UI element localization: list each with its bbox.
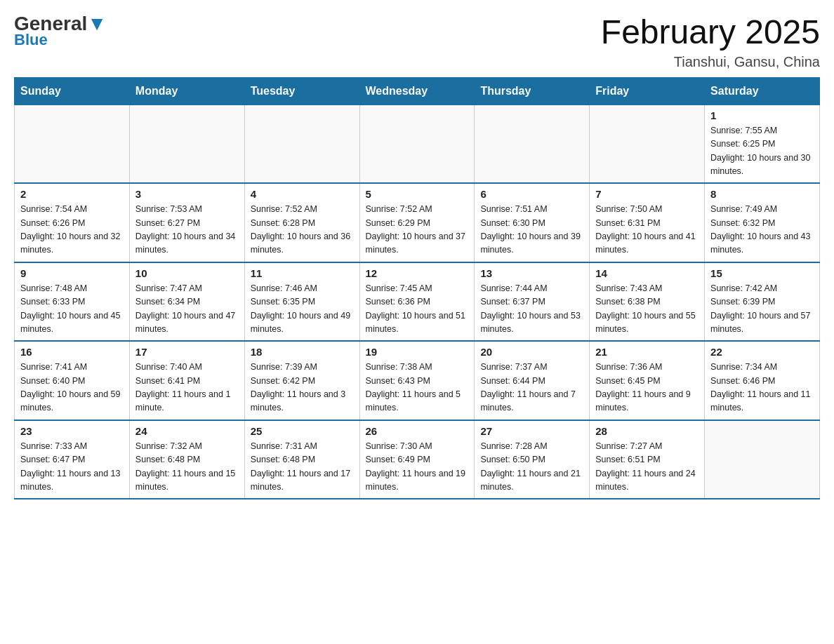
table-row [15,105,130,183]
day-number: 22 [710,346,814,358]
table-row [705,420,820,499]
col-friday: Friday [590,77,705,105]
table-row [244,105,359,183]
day-number: 1 [710,109,814,121]
day-number: 3 [135,188,239,200]
day-number: 27 [480,425,583,437]
col-wednesday: Wednesday [359,77,475,105]
table-row: 21Sunrise: 7:36 AM Sunset: 6:45 PM Dayli… [590,341,705,420]
day-number: 2 [20,188,124,200]
day-number: 26 [366,425,469,437]
table-row: 20Sunrise: 7:37 AM Sunset: 6:44 PM Dayli… [475,341,590,420]
day-info: Sunrise: 7:37 AM Sunset: 6:44 PM Dayligh… [480,361,583,415]
day-info: Sunrise: 7:31 AM Sunset: 6:48 PM Dayligh… [251,440,354,495]
day-info: Sunrise: 7:50 AM Sunset: 6:31 PM Dayligh… [595,203,699,257]
day-number: 8 [710,188,814,200]
day-info: Sunrise: 7:55 AM Sunset: 6:25 PM Dayligh… [710,124,814,179]
day-number: 6 [480,188,583,200]
day-number: 25 [251,425,354,437]
day-info: Sunrise: 7:46 AM Sunset: 6:35 PM Dayligh… [251,282,354,337]
table-row: 16Sunrise: 7:41 AM Sunset: 6:40 PM Dayli… [15,341,130,420]
day-number: 5 [366,188,469,200]
day-number: 12 [366,267,469,279]
day-info: Sunrise: 7:54 AM Sunset: 6:26 PM Dayligh… [20,203,124,257]
day-number: 7 [595,188,699,200]
table-row [475,105,590,183]
table-row [129,105,244,183]
table-row: 19Sunrise: 7:38 AM Sunset: 6:43 PM Dayli… [359,341,475,420]
table-row: 11Sunrise: 7:46 AM Sunset: 6:35 PM Dayli… [244,262,359,342]
table-row: 3Sunrise: 7:53 AM Sunset: 6:27 PM Daylig… [129,183,244,262]
table-row: 2Sunrise: 7:54 AM Sunset: 6:26 PM Daylig… [15,183,130,262]
table-row: 8Sunrise: 7:49 AM Sunset: 6:32 PM Daylig… [705,183,820,262]
day-info: Sunrise: 7:52 AM Sunset: 6:29 PM Dayligh… [366,203,469,257]
table-row: 26Sunrise: 7:30 AM Sunset: 6:49 PM Dayli… [359,420,475,499]
day-info: Sunrise: 7:34 AM Sunset: 6:46 PM Dayligh… [710,361,814,415]
col-tuesday: Tuesday [244,77,359,105]
table-row: 28Sunrise: 7:27 AM Sunset: 6:51 PM Dayli… [590,420,705,499]
table-row: 1Sunrise: 7:55 AM Sunset: 6:25 PM Daylig… [705,105,820,183]
table-row: 13Sunrise: 7:44 AM Sunset: 6:37 PM Dayli… [475,262,590,342]
day-number: 15 [710,267,814,279]
table-row: 4Sunrise: 7:52 AM Sunset: 6:28 PM Daylig… [244,183,359,262]
day-info: Sunrise: 7:49 AM Sunset: 6:32 PM Dayligh… [710,203,814,257]
calendar-week-row: 2Sunrise: 7:54 AM Sunset: 6:26 PM Daylig… [15,183,820,262]
day-info: Sunrise: 7:32 AM Sunset: 6:48 PM Dayligh… [135,440,239,495]
day-number: 11 [251,267,354,279]
calendar-week-row: 9Sunrise: 7:48 AM Sunset: 6:33 PM Daylig… [15,262,820,342]
table-row: 6Sunrise: 7:51 AM Sunset: 6:30 PM Daylig… [475,183,590,262]
table-row: 5Sunrise: 7:52 AM Sunset: 6:29 PM Daylig… [359,183,475,262]
calendar-week-row: 1Sunrise: 7:55 AM Sunset: 6:25 PM Daylig… [15,105,820,183]
day-info: Sunrise: 7:44 AM Sunset: 6:37 PM Dayligh… [480,282,583,337]
page-header: General▼ Blue February 2025 Tianshui, Ga… [14,14,820,70]
logo-blue-text: Blue [14,31,48,49]
table-row: 27Sunrise: 7:28 AM Sunset: 6:50 PM Dayli… [475,420,590,499]
day-info: Sunrise: 7:38 AM Sunset: 6:43 PM Dayligh… [366,361,469,415]
table-row: 14Sunrise: 7:43 AM Sunset: 6:38 PM Dayli… [590,262,705,342]
day-info: Sunrise: 7:28 AM Sunset: 6:50 PM Dayligh… [480,440,583,495]
day-number: 13 [480,267,583,279]
day-info: Sunrise: 7:27 AM Sunset: 6:51 PM Dayligh… [595,440,699,495]
day-number: 16 [20,346,124,358]
day-info: Sunrise: 7:42 AM Sunset: 6:39 PM Dayligh… [710,282,814,337]
day-number: 10 [135,267,239,279]
day-info: Sunrise: 7:45 AM Sunset: 6:36 PM Dayligh… [366,282,469,337]
day-info: Sunrise: 7:30 AM Sunset: 6:49 PM Dayligh… [366,440,469,495]
day-number: 18 [251,346,354,358]
table-row: 7Sunrise: 7:50 AM Sunset: 6:31 PM Daylig… [590,183,705,262]
day-info: Sunrise: 7:36 AM Sunset: 6:45 PM Dayligh… [595,361,699,415]
title-block: February 2025 Tianshui, Gansu, China [601,14,820,70]
day-info: Sunrise: 7:40 AM Sunset: 6:41 PM Dayligh… [135,361,239,415]
day-info: Sunrise: 7:48 AM Sunset: 6:33 PM Dayligh… [20,282,124,337]
calendar-week-row: 23Sunrise: 7:33 AM Sunset: 6:47 PM Dayli… [15,420,820,499]
day-number: 17 [135,346,239,358]
table-row: 10Sunrise: 7:47 AM Sunset: 6:34 PM Dayli… [129,262,244,342]
day-info: Sunrise: 7:43 AM Sunset: 6:38 PM Dayligh… [595,282,699,337]
table-row: 12Sunrise: 7:45 AM Sunset: 6:36 PM Dayli… [359,262,475,342]
day-info: Sunrise: 7:53 AM Sunset: 6:27 PM Dayligh… [135,203,239,257]
calendar-week-row: 16Sunrise: 7:41 AM Sunset: 6:40 PM Dayli… [15,341,820,420]
table-row: 23Sunrise: 7:33 AM Sunset: 6:47 PM Dayli… [15,420,130,499]
day-info: Sunrise: 7:51 AM Sunset: 6:30 PM Dayligh… [480,203,583,257]
table-row: 22Sunrise: 7:34 AM Sunset: 6:46 PM Dayli… [705,341,820,420]
day-number: 9 [20,267,124,279]
day-info: Sunrise: 7:52 AM Sunset: 6:28 PM Dayligh… [251,203,354,257]
day-number: 28 [595,425,699,437]
table-row: 17Sunrise: 7:40 AM Sunset: 6:41 PM Dayli… [129,341,244,420]
day-info: Sunrise: 7:47 AM Sunset: 6:34 PM Dayligh… [135,282,239,337]
logo: General▼ Blue [14,14,107,49]
day-number: 24 [135,425,239,437]
table-row: 18Sunrise: 7:39 AM Sunset: 6:42 PM Dayli… [244,341,359,420]
day-number: 4 [251,188,354,200]
table-row [590,105,705,183]
day-info: Sunrise: 7:33 AM Sunset: 6:47 PM Dayligh… [20,440,124,495]
table-row: 9Sunrise: 7:48 AM Sunset: 6:33 PM Daylig… [15,262,130,342]
calendar-header-row: Sunday Monday Tuesday Wednesday Thursday… [15,77,820,105]
table-row [359,105,475,183]
table-row: 15Sunrise: 7:42 AM Sunset: 6:39 PM Dayli… [705,262,820,342]
day-number: 23 [20,425,124,437]
col-thursday: Thursday [475,77,590,105]
day-number: 14 [595,267,699,279]
day-info: Sunrise: 7:41 AM Sunset: 6:40 PM Dayligh… [20,361,124,415]
table-row: 25Sunrise: 7:31 AM Sunset: 6:48 PM Dayli… [244,420,359,499]
